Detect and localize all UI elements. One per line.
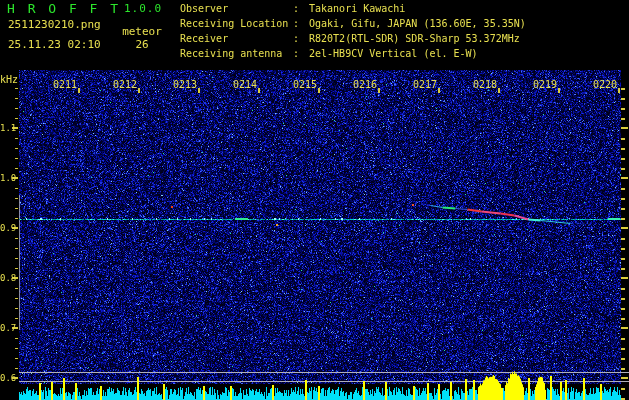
info-value: Ogaki, Gifu, JAPAN (136.60E, 35.35N): [303, 18, 526, 29]
info-colon: :: [293, 31, 303, 46]
time-tick-label: 0213: [171, 79, 197, 90]
info-colon: :: [293, 16, 303, 31]
station-info-row: Receiving antenna: 2el-HB9CV Vertical (e…: [180, 46, 526, 61]
info-label: Receiving Location: [180, 16, 293, 31]
time-tick-label: 0216: [351, 79, 377, 90]
freq-tick-label: 1.1: [0, 123, 14, 133]
time-tick-label: 0215: [291, 79, 317, 90]
freq-tick-label: 0.9: [0, 223, 14, 233]
freq-tick-label: 0.6: [0, 373, 14, 383]
freq-tick-label: 1.0: [0, 173, 14, 183]
time-tick-label: 0217: [411, 79, 437, 90]
station-info-row: Observer: Takanori Kawachi: [180, 1, 526, 16]
output-filename: 2511230210.png: [8, 19, 101, 31]
app-title: H R O F F T: [7, 2, 121, 16]
time-tick-label: 0220: [591, 79, 617, 90]
hrofft-window: H R O F F T 1.0.0 2511230210.png meteor …: [0, 0, 629, 400]
station-info: Observer: Takanori KawachiReceiving Loca…: [180, 1, 526, 61]
observation-timestamp: 25.11.23 02:10: [8, 39, 101, 51]
info-value: R820T2(RTL-SDR) SDR-Sharp 53.372MHz: [303, 33, 520, 44]
freq-tick-label: 0.7: [0, 323, 14, 333]
info-label: Receiving antenna: [180, 46, 293, 61]
time-tick-label: 0214: [231, 79, 257, 90]
time-tick-label: 0212: [111, 79, 137, 90]
station-info-row: Receiver: R820T2(RTL-SDR) SDR-Sharp 53.3…: [180, 31, 526, 46]
info-value: 2el-HB9CV Vertical (el. E-W): [303, 48, 478, 59]
info-value: Takanori Kawachi: [303, 3, 405, 14]
station-info-row: Receiving Location: Ogaki, Gifu, JAPAN (…: [180, 16, 526, 31]
echo-count: 26: [120, 39, 164, 51]
app-version: 1.0.0: [124, 3, 162, 15]
info-colon: :: [293, 1, 303, 16]
time-tick-label: 0211: [51, 79, 77, 90]
time-tick-label: 0219: [531, 79, 557, 90]
freq-tick-label: 0.8: [0, 273, 14, 283]
info-label: Observer: [180, 1, 293, 16]
info-colon: :: [293, 46, 303, 61]
info-label: Receiver: [180, 31, 293, 46]
time-tick-label: 0218: [471, 79, 497, 90]
freq-axis-unit: kHz: [0, 74, 18, 85]
mode-label: meteor: [120, 26, 164, 38]
